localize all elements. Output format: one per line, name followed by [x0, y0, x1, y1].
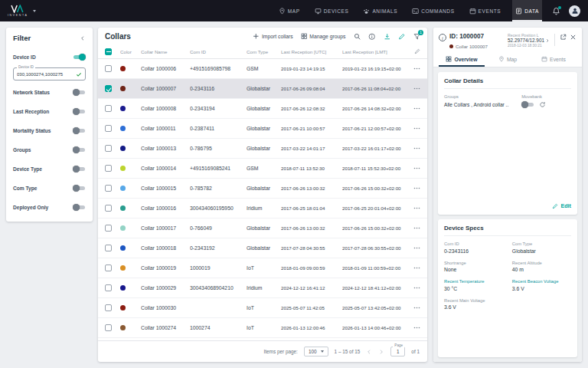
table-row[interactable]: Collar 1000029300434068904210Iridium2024… — [98, 278, 427, 298]
table-row[interactable]: Collar 10000070-2343116Globalstar2017-06… — [98, 79, 427, 99]
import-collars-button[interactable]: Import collars — [253, 33, 292, 40]
table-row[interactable]: Collar 10000170-766049Globalstar2017-06-… — [98, 219, 427, 238]
table-row[interactable]: Collar 1000030IoT2025-05-07 11:42:052025… — [98, 298, 427, 318]
recent-position-value[interactable]: 52.29774/12.901 — [508, 38, 550, 43]
row-checkbox[interactable] — [105, 165, 112, 172]
previous-page-button[interactable] — [366, 349, 372, 355]
refresh-icon[interactable] — [539, 101, 546, 108]
open-in-new-button[interactable] — [560, 34, 567, 41]
row-more-button[interactable] — [408, 267, 420, 269]
collar-name-cell: Collar 1000029 — [141, 285, 190, 291]
table-row[interactable]: Collar 1000006+4915169085798GSM2019-01-2… — [98, 59, 427, 79]
download-button[interactable] — [384, 33, 391, 41]
table-row[interactable]: Collar 10002741000274IoT2026-01-13 12:00… — [98, 318, 427, 338]
table-row[interactable]: Collar 10000150-785782Globalstar2017-06-… — [98, 179, 427, 199]
row-checkbox[interactable] — [105, 284, 112, 291]
column-com-type[interactable]: Com Type — [247, 49, 281, 54]
table-row[interactable]: Collar 1000016300434060195950Iridium2017… — [98, 199, 427, 219]
row-more-button[interactable] — [408, 207, 420, 209]
row-more-button[interactable] — [408, 247, 420, 249]
user-avatar[interactable] — [569, 5, 580, 17]
collar-name-cell: Collar 1000006 — [141, 66, 190, 71]
page-input[interactable]: Page 1 — [390, 347, 405, 356]
info-button[interactable] — [368, 33, 376, 41]
search-button[interactable] — [354, 33, 361, 41]
nav-item-events[interactable]: EVENTS — [466, 0, 505, 21]
row-more-button[interactable] — [408, 67, 420, 70]
table-row[interactable]: Collar 10000191000019IoT2018-01-09 09:00… — [98, 258, 427, 278]
table-row[interactable]: Collar 10000080-2343194Globalstar2017-06… — [98, 99, 427, 119]
row-more-button[interactable] — [408, 227, 420, 229]
row-checkbox[interactable] — [105, 105, 112, 112]
tab-map[interactable]: Map — [485, 52, 531, 67]
row-checkbox[interactable] — [105, 264, 112, 271]
select-all-checkbox[interactable] — [105, 48, 112, 55]
nav-item-commands[interactable]: COMMANDS — [409, 0, 457, 21]
nav-item-devices[interactable]: DEVICES — [312, 0, 352, 21]
table-row[interactable]: Collar 10000180-2343192Globalstar2017-07… — [98, 238, 427, 258]
chevron-right-icon — [378, 349, 384, 355]
table-filter-button[interactable]: 1 — [413, 33, 421, 41]
manage-groups-button[interactable]: Manage groups — [301, 33, 346, 40]
row-more-button[interactable] — [408, 187, 420, 189]
filter-toggle[interactable] — [73, 166, 86, 172]
row-more-button[interactable] — [408, 147, 420, 150]
device-id-input[interactable]: Device ID 030,1000274,1000275 — [13, 67, 86, 80]
column-collar-name[interactable]: Collar Name — [141, 49, 190, 54]
table-row[interactable]: Collar 10000110-2387411Globalstar2017-06… — [98, 119, 427, 139]
row-checkbox[interactable] — [105, 304, 112, 311]
filter-toggle[interactable] — [73, 127, 86, 134]
row-more-button[interactable] — [408, 287, 420, 289]
row-more-button[interactable] — [408, 107, 420, 110]
movebank-toggle[interactable] — [521, 101, 534, 108]
row-checkbox[interactable] — [105, 185, 112, 192]
last-reception-lmt-cell: 2017-06-26 14:08:32+02:00 — [342, 106, 408, 111]
device-id-toggle[interactable] — [73, 54, 86, 61]
column-com-id[interactable]: Com ID — [190, 49, 247, 54]
tab-overview[interactable]: Overview — [439, 52, 485, 67]
row-checkbox[interactable] — [105, 145, 112, 152]
row-checkbox[interactable] — [105, 85, 112, 92]
nav-item-data[interactable]: DATA — [512, 0, 542, 21]
last-reception-lmt-cell: 2025-05-07 13:42:05+02:00 — [342, 305, 408, 310]
spec-value: 3.6 V — [512, 286, 571, 291]
row-checkbox[interactable] — [105, 225, 112, 232]
filter-toggle[interactable] — [73, 89, 86, 96]
row-more-button[interactable] — [408, 167, 420, 169]
nav-item-animals[interactable]: ANIMALS — [360, 0, 400, 21]
edit-collars-button[interactable] — [398, 33, 406, 41]
nav-item-map[interactable]: MAP — [276, 0, 303, 21]
filter-toggle[interactable] — [73, 204, 86, 211]
filter-toggle[interactable] — [73, 108, 86, 115]
row-more-button[interactable] — [408, 307, 420, 309]
close-panel-button[interactable] — [570, 34, 577, 41]
filter-row: Last Reception — [13, 102, 86, 121]
column-settings-button[interactable] — [408, 48, 420, 54]
last-reception-utc-cell: 2018-01-09 09:00:59 — [281, 265, 342, 271]
row-more-button[interactable] — [408, 87, 420, 90]
filter-toggle[interactable] — [73, 185, 86, 192]
edit-button[interactable]: Edit — [552, 202, 571, 209]
table-row[interactable]: Collar 10000130-786795Globalstar2017-03-… — [98, 139, 427, 159]
table-row[interactable]: Collar 1000014+4915169085241GSM2018-07-1… — [98, 159, 427, 179]
next-page-button[interactable] — [378, 349, 384, 355]
row-more-button[interactable] — [408, 327, 420, 329]
column-last-reception-lmt[interactable]: Last Reception [LMT] — [342, 49, 408, 54]
spec-value: 40 m — [512, 267, 571, 272]
column-color[interactable]: Color — [120, 49, 141, 54]
notifications-button[interactable] — [552, 7, 560, 15]
row-checkbox[interactable] — [105, 324, 112, 331]
row-checkbox[interactable] — [105, 65, 112, 72]
brand-logo[interactable]: INVENTA — [8, 5, 36, 17]
items-per-page-select[interactable]: 100 — [304, 347, 328, 356]
collapse-filter-button[interactable] — [80, 35, 86, 41]
filter-toggle[interactable] — [73, 146, 86, 153]
row-checkbox[interactable] — [105, 245, 112, 251]
more-icon — [413, 107, 420, 110]
filter-label: Mortality Status — [13, 128, 51, 133]
column-last-reception-utc[interactable]: Last Reception [UTC] — [281, 49, 342, 54]
row-more-button[interactable] — [408, 127, 420, 130]
row-checkbox[interactable] — [105, 205, 112, 212]
row-checkbox[interactable] — [105, 125, 112, 132]
tab-events[interactable]: Events — [531, 52, 577, 67]
